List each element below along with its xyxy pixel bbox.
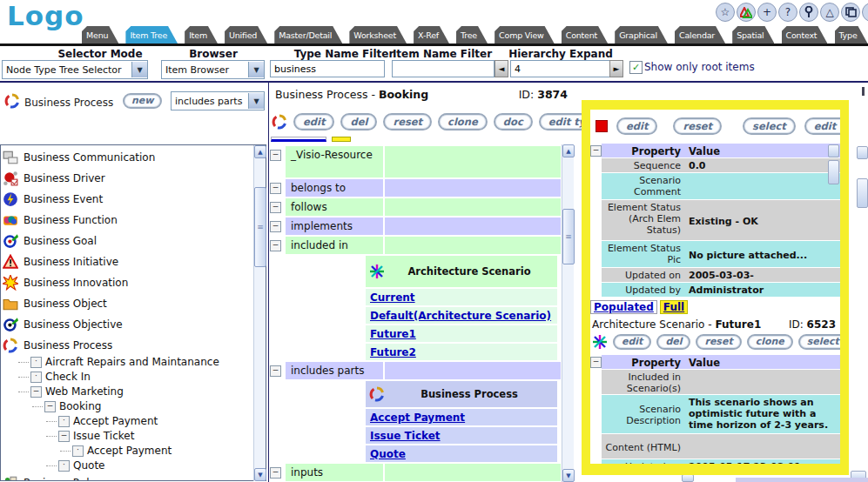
- edit-type-button[interactable]: edit type: [539, 113, 582, 131]
- scrollbar-fragment[interactable]: [682, 474, 694, 482]
- scrollbar-thumb[interactable]: ≡: [254, 187, 266, 267]
- new-button[interactable]: new: [123, 93, 162, 109]
- tab-item[interactable]: Item: [185, 26, 218, 44]
- tab-item-tree[interactable]: Item Tree: [125, 26, 178, 44]
- leaf-box-icon[interactable]: ·: [30, 357, 42, 368]
- scenario-link-future2[interactable]: Future2: [370, 346, 416, 358]
- scrollbar-fragment[interactable]: [828, 160, 839, 184]
- tree-item-business-goal[interactable]: Business Goal: [3, 231, 246, 251]
- tab-type[interactable]: Type: [835, 26, 868, 44]
- edit-button[interactable]: edit: [613, 334, 651, 350]
- delete-button[interactable]: del: [656, 334, 690, 350]
- selector-mode-select[interactable]: Node Type Tree Selector ▼: [2, 60, 148, 79]
- tree-item-business-communication[interactable]: Business Communication: [3, 148, 246, 167]
- collapse-box-icon[interactable]: −: [270, 221, 281, 232]
- tree-item-accept-payment[interactable]: · Accept Payment: [46, 414, 158, 428]
- collapse-box-icon[interactable]: −: [270, 183, 281, 194]
- collapse-box-icon[interactable]: −: [270, 150, 281, 161]
- tree-item-accept-payment-nested[interactable]: · Accept Payment: [60, 444, 172, 458]
- clone-button[interactable]: clone: [438, 113, 488, 131]
- tree-item-business-objective[interactable]: Business Objective: [3, 315, 246, 334]
- chevron-down-icon[interactable]: ▼: [248, 93, 264, 109]
- tab-content[interactable]: Content: [562, 26, 608, 44]
- add-icon[interactable]: +: [757, 3, 777, 22]
- show-only-root-items-checkbox[interactable]: ✓: [629, 61, 643, 74]
- clone-button[interactable]: clone: [747, 334, 793, 350]
- scenario-link-default[interactable]: Default(Architecture Scenario): [370, 310, 551, 322]
- collapse-box-icon[interactable]: −: [30, 386, 42, 398]
- browser-selection-select[interactable]: Item Browser ▼: [161, 60, 265, 79]
- full-link-clipped[interactable]: [332, 137, 351, 142]
- scroll-down-icon[interactable]: ▼: [562, 469, 575, 482]
- pin-icon[interactable]: [799, 3, 818, 22]
- edit-type-button[interactable]: edit type: [804, 117, 840, 135]
- tree-item-business-event[interactable]: Business Event: [3, 190, 246, 209]
- star-icon[interactable]: ☆: [716, 3, 735, 22]
- doc-button[interactable]: doc: [494, 113, 533, 131]
- scenario-link-current[interactable]: Current: [370, 291, 415, 304]
- part-link-quote[interactable]: Quote: [370, 448, 406, 460]
- reset-button[interactable]: reset: [696, 334, 741, 350]
- tab-menu[interactable]: Menu: [82, 26, 118, 44]
- populated-link[interactable]: Populated: [594, 301, 654, 313]
- tree-item-business-innovation[interactable]: Business Innovation: [3, 273, 246, 292]
- tree-item-business-object[interactable]: Business Object: [3, 294, 246, 313]
- tile-windows-icon[interactable]: [841, 3, 860, 22]
- tab-spatial[interactable]: Spatial: [732, 26, 774, 44]
- overlap-triangles-icon[interactable]: [737, 3, 756, 22]
- relation-select[interactable]: includes parts ▼: [171, 91, 265, 110]
- tab-comp-view[interactable]: Comp View: [495, 26, 555, 44]
- scroll-down-icon[interactable]: ▼: [254, 468, 266, 481]
- tab-unified[interactable]: Unified: [225, 26, 267, 44]
- chevron-down-icon[interactable]: ▼: [248, 62, 264, 77]
- reset-button[interactable]: reset: [383, 113, 432, 131]
- clipped-icon[interactable]: [862, 3, 868, 22]
- tab-calendar[interactable]: Calendar: [675, 26, 725, 44]
- tree-item-business-rule[interactable]: Business Rule: [3, 473, 246, 481]
- scenario-link-future1[interactable]: Future1: [370, 328, 416, 340]
- scrollbar-fragment[interactable]: [857, 146, 868, 159]
- tree-item-check-in[interactable]: · Check In: [18, 370, 91, 384]
- tree-item-business-driver[interactable]: Business Driver: [3, 169, 246, 188]
- tab-tree[interactable]: Tree: [456, 26, 488, 44]
- collapse-box-icon[interactable]: −: [270, 467, 281, 479]
- tree-item-aircraft-repairs[interactable]: · Aircraft Repairs and Maintanance: [18, 355, 219, 369]
- hierarchy-expand-depth-input[interactable]: [510, 60, 611, 77]
- scrollbar-fragment[interactable]: [857, 178, 868, 208]
- tree-item-web-marketing[interactable]: − Web Marketing: [18, 385, 124, 398]
- leaf-box-icon[interactable]: ·: [58, 460, 70, 472]
- edit-button[interactable]: edit: [293, 113, 334, 131]
- collapse-box-icon[interactable]: −: [590, 357, 602, 368]
- scrollbar-thumb[interactable]: ≡: [562, 209, 575, 264]
- depth-decrease-button[interactable]: ◄: [495, 60, 508, 77]
- tree-item-quote[interactable]: · Quote: [46, 459, 104, 472]
- edit-button[interactable]: edit: [616, 117, 657, 135]
- scroll-up-icon[interactable]: ▲: [562, 144, 575, 157]
- select-button[interactable]: select: [743, 117, 796, 135]
- tree-item-issue-ticket[interactable]: − Issue Ticket: [46, 429, 134, 443]
- collapse-box-icon[interactable]: −: [270, 365, 281, 377]
- full-link[interactable]: Full: [663, 301, 684, 313]
- leaf-box-icon[interactable]: ·: [58, 416, 70, 427]
- part-link-issue-ticket[interactable]: Issue Ticket: [370, 430, 441, 442]
- collapse-box-icon[interactable]: −: [58, 431, 70, 442]
- populated-link-clipped[interactable]: [271, 137, 326, 142]
- reset-button[interactable]: reset: [673, 117, 722, 135]
- scroll-up-icon[interactable]: ▲: [254, 145, 266, 158]
- tab-master-detail[interactable]: Master/Detail: [274, 26, 342, 44]
- scrollbar-fragment[interactable]: [828, 144, 839, 157]
- chevron-down-icon[interactable]: ▼: [131, 62, 147, 77]
- tab-worksheet[interactable]: Worksheet: [349, 26, 407, 44]
- delete-button[interactable]: del: [340, 113, 377, 131]
- relation-scrollbar[interactable]: ▲ ≡ ▼: [562, 144, 574, 482]
- collapse-box-icon[interactable]: −: [270, 240, 281, 251]
- tree-item-booking[interactable]: − Booking: [32, 399, 101, 413]
- tree-item-business-process[interactable]: Business Process: [3, 336, 246, 355]
- leaf-box-icon[interactable]: ·: [72, 445, 84, 457]
- type-name-filter-input[interactable]: [270, 60, 385, 77]
- alert-triangle-icon[interactable]: △: [820, 3, 839, 22]
- leaf-box-icon[interactable]: ·: [30, 372, 42, 383]
- tab-x-ref[interactable]: X-Ref: [414, 26, 449, 44]
- tree-scrollbar[interactable]: ▲ ≡ ▼: [253, 145, 266, 481]
- part-link-accept-payment[interactable]: Accept Payment: [370, 412, 465, 424]
